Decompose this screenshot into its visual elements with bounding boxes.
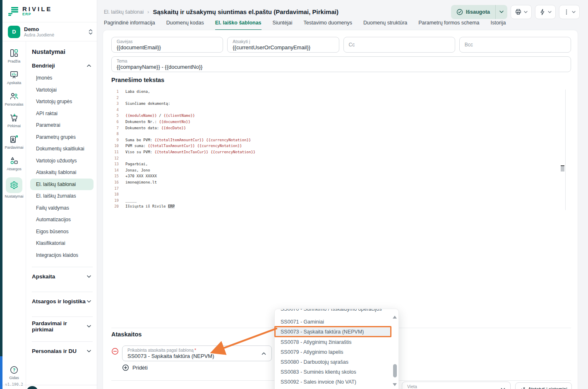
code-line-10: 10PVM suma: {{totalTaxAmountCur}} {{curr… bbox=[111, 143, 566, 149]
code-line-11: 11Viso su PVM: {{totalAmountIncTaxCur}} … bbox=[111, 149, 566, 155]
dropdown-scrollbar[interactable] bbox=[392, 312, 397, 389]
chevron-up-icon[interactable] bbox=[262, 352, 266, 355]
sidebar-item-imones[interactable]: Įmonės bbox=[30, 72, 94, 84]
rail-item-nustatymai[interactable]: Nustatymai bbox=[2, 177, 26, 198]
location-select[interactable]: Vieta bbox=[402, 382, 511, 389]
sidebar-item-integracijos-klaidos[interactable]: Integracijos klaidos bbox=[30, 249, 94, 261]
code-line-12: 12 bbox=[111, 155, 566, 162]
code-line-14: 14Jonas, Jono bbox=[111, 167, 566, 174]
rail-item-pirkimai[interactable]: Pirkimai bbox=[2, 113, 26, 128]
template-variable: {{clientName}} bbox=[163, 114, 195, 118]
save-split-button[interactable]: Išsaugota bbox=[451, 5, 507, 19]
dropdown-option-ss0070[interactable]: SS0070 - Surinkimo / Išskaidymo operacij… bbox=[275, 309, 390, 314]
gavejas-field[interactable]: Gavėjas{{documentEmail}} bbox=[111, 37, 223, 53]
restore-default-button[interactable]: Atstatyti į sisteminį bbox=[515, 382, 572, 389]
sidebar-section-apskaita[interactable]: Apskaita bbox=[32, 267, 94, 286]
line-number: 9 bbox=[111, 137, 125, 143]
svg-text:?: ? bbox=[13, 368, 15, 372]
subject-field[interactable]: Tema {{companyName}} - {{documentNo}} bbox=[111, 56, 571, 72]
dropdown-scrollbar-thumb[interactable] bbox=[393, 364, 397, 377]
dropdown-option-ss0071[interactable]: SS0071 - Gaminiai bbox=[275, 317, 390, 327]
menu-title: Nustatymai bbox=[32, 48, 94, 55]
more-button[interactable] bbox=[559, 5, 580, 19]
line-number: 18 bbox=[111, 191, 125, 198]
sidebar-section-atsargos-ir-logistika[interactable]: Atsargos ir logistika bbox=[32, 292, 94, 311]
editor-right-border bbox=[565, 89, 566, 210]
rail-item-personalas[interactable]: Personalas bbox=[2, 91, 26, 106]
tab-siuntejai[interactable]: Siuntėjai bbox=[273, 20, 293, 31]
rail-item-pardavimai[interactable]: Pardavimai bbox=[2, 134, 26, 150]
sidebar-item-vartotojo-uzduotys[interactable]: Vartotojo užduotys bbox=[30, 155, 94, 167]
tab-duomenu-kodas[interactable]: Duomenų kodas bbox=[166, 20, 204, 31]
line-number: 4 bbox=[111, 107, 125, 113]
line-number: 17 bbox=[111, 186, 125, 192]
brand-header: RIVILE ERP bbox=[2, 0, 97, 22]
line-number: 2 bbox=[111, 95, 125, 101]
rail-item-atsargos[interactable]: Atsargos bbox=[2, 156, 26, 171]
line-number: 6 bbox=[111, 119, 125, 125]
sidebar-section-pardavimai-ir-pirkimai[interactable]: Pardavimai ir pirkimai bbox=[32, 317, 94, 336]
sidebar-item-vartotojai[interactable]: Vartotojai bbox=[30, 84, 94, 96]
add-report-button[interactable]: Pridėti bbox=[122, 364, 148, 371]
chevron-down-icon bbox=[87, 275, 91, 278]
rail-item-pradzia[interactable]: Pradžia bbox=[2, 48, 26, 63]
chevron-down-icon bbox=[548, 11, 552, 13]
restore-icon bbox=[520, 387, 526, 389]
sidebar-item-dokumentu-skaitliukai[interactable]: Dokumentų skaitliukai bbox=[30, 143, 94, 155]
sidebar-item-klasifikatoriai[interactable]: Klasifikatoriai bbox=[30, 237, 94, 249]
actions-button[interactable] bbox=[535, 5, 556, 19]
sidebar-item-api-raktai[interactable]: API raktai bbox=[30, 108, 94, 120]
line-number: 11 bbox=[111, 149, 125, 155]
bcc-field[interactable]: Bcc bbox=[459, 37, 571, 53]
dropdown-option-ss0080[interactable]: SS0080 - Darbuotojų sąrašas bbox=[275, 357, 390, 367]
sidebar-item-failu-valdymas[interactable]: Failų valdymas bbox=[30, 202, 94, 214]
restore-label: Atstatyti į sisteminį bbox=[528, 387, 567, 389]
sidebar-item-parametru-grupes[interactable]: Parametrų grupės bbox=[30, 131, 94, 143]
code-line-18: 18 bbox=[111, 191, 566, 198]
dropdown-option-ss0079[interactable]: SS0079 - Atlyginimo lapelis bbox=[275, 347, 390, 357]
atsakyti-i-field[interactable]: Atsakyti į{{currentUserOrCompanyEmail}} bbox=[227, 37, 339, 53]
editor-scrollbar-thumb[interactable] bbox=[561, 165, 564, 172]
email-fields-row: Gavėjas{{documentEmail}}Atsakyti į{{curr… bbox=[111, 37, 571, 53]
tab-el-laisko-sablonas[interactable]: El. laiško šablonas bbox=[215, 20, 262, 31]
sidebar-item-el-laisku-sablonai[interactable]: El. laiškų šablonai bbox=[30, 179, 94, 191]
sidebar-item-eigos-busenos[interactable]: Eigos būsenos bbox=[30, 226, 94, 238]
user-switcher[interactable]: D Demo Aušra Juodienė bbox=[2, 22, 97, 41]
dropdown-option-ss0078[interactable]: SS0078 - Atlyginimų žiniaraštis bbox=[275, 337, 390, 347]
template-variable: {{currencyNotation}} bbox=[206, 138, 251, 142]
sidebar-item-parametrai[interactable]: Parametrai bbox=[30, 119, 94, 131]
page-title: Sąskaitų ir užsakymų siuntimas el.paštu … bbox=[153, 8, 338, 15]
cc-field[interactable]: Cc bbox=[343, 37, 455, 53]
remove-report-button[interactable] bbox=[111, 348, 119, 355]
tab-testavimo-duomenys[interactable]: Testavimo duomenys bbox=[304, 20, 352, 31]
menu-group-bendrieji[interactable]: Bendrieji bbox=[32, 63, 94, 69]
sidebar-item-vartotoju-grupes[interactable]: Vartotojų grupės bbox=[30, 96, 94, 108]
message-code-editor[interactable]: 1Laba diena,23Siunčiame dokumentą:45{{mo… bbox=[111, 89, 566, 210]
dropdown-option-ss0083[interactable]: SS0083 - Suminės klientų skolos bbox=[275, 367, 390, 377]
tab-duomenu-struktura[interactable]: Duomenų struktūra bbox=[363, 20, 407, 31]
user-company: Demo bbox=[24, 27, 54, 32]
sidebar-item-ataskaitu-sablonai[interactable]: Ataskaitų šablonai bbox=[30, 167, 94, 179]
sidebar-item-el-laisku-zurnalas[interactable]: El. laiškų žurnalas bbox=[30, 190, 94, 202]
scroll-down-arrow-icon[interactable] bbox=[393, 383, 397, 386]
sidebar-item-automatizacijos[interactable]: Automatizacijos bbox=[30, 214, 94, 226]
gear-icon bbox=[6, 177, 22, 193]
scroll-up-arrow-icon[interactable] bbox=[393, 316, 397, 319]
dropdown-option-ss0092[interactable]: SS0092 - Sales invoice (No VAT) bbox=[275, 377, 390, 387]
help-label[interactable]: Gidas bbox=[9, 376, 19, 380]
code-line-19: 19_____ bbox=[111, 198, 566, 204]
app-version: v1.190.2 bbox=[5, 382, 23, 387]
rail-item-apskaita[interactable]: Apskaita bbox=[2, 70, 26, 85]
breadcrumb[interactable]: El. laiškų šablonai bbox=[104, 9, 144, 15]
print-button[interactable] bbox=[511, 5, 532, 19]
tab-pagrindine-informacija[interactable]: Pagrindinė informacija bbox=[104, 20, 155, 31]
tab-istorija[interactable]: Istorija bbox=[491, 20, 506, 31]
save-menu-caret[interactable] bbox=[495, 5, 507, 19]
report-template-select[interactable]: Prikabinta ataskaita pagal šabloną* SS00… bbox=[122, 346, 272, 361]
settings-menu: Nustatymai Bendrieji ĮmonėsVartotojaiVar… bbox=[26, 41, 97, 389]
sidebar-section-personalas-ir-du[interactable]: Personalas ir DU bbox=[32, 342, 94, 360]
help-circle-icon[interactable]: ? bbox=[9, 365, 19, 375]
line-number: 8 bbox=[111, 131, 125, 137]
tab-parametru-formos-schema[interactable]: Parametrų formos schema bbox=[418, 20, 479, 31]
dropdown-option-ss0073[interactable]: SS0073 - Sąskaita faktūra (NEPVM) bbox=[275, 327, 390, 337]
